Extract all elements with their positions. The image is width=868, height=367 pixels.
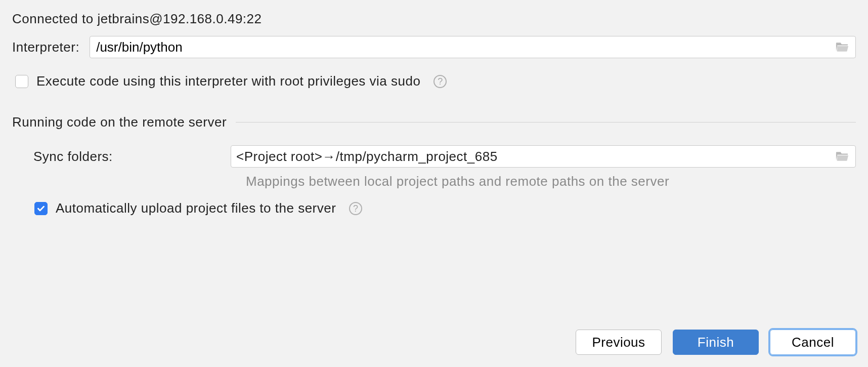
interpreter-row: Interpreter:	[12, 36, 856, 58]
previous-button[interactable]: Previous	[576, 330, 662, 355]
interpreter-label: Interpreter:	[12, 39, 79, 55]
sync-folders-field-wrap: <Project root>→/tmp/pycharm_project_685	[231, 145, 856, 168]
sync-folders-row: Sync folders: <Project root>→/tmp/pychar…	[12, 145, 856, 168]
sudo-row: Execute code using this interpreter with…	[12, 73, 856, 89]
connection-title: Connected to jetbrains@192.168.0.49:22	[12, 10, 856, 36]
help-icon[interactable]: ?	[433, 75, 447, 88]
section-header: Running code on the remote server	[12, 114, 856, 130]
sudo-checkbox[interactable]	[15, 75, 28, 88]
interpreter-config-panel: Connected to jetbrains@192.168.0.49:22 I…	[0, 0, 868, 367]
cancel-button[interactable]: Cancel	[770, 330, 856, 355]
auto-upload-label: Automatically upload project files to th…	[56, 200, 336, 216]
sync-folders-value[interactable]: <Project root>→/tmp/pycharm_project_685	[236, 149, 835, 165]
button-bar: Previous Finish Cancel	[576, 330, 856, 355]
folder-open-icon[interactable]	[835, 41, 850, 53]
sync-folders-label: Sync folders:	[33, 149, 231, 165]
interpreter-path-input[interactable]	[95, 39, 835, 56]
auto-upload-row: Automatically upload project files to th…	[12, 200, 856, 216]
auto-upload-checkbox[interactable]	[34, 202, 48, 215]
folder-open-icon[interactable]	[835, 150, 850, 162]
interpreter-path-field-wrap	[90, 36, 856, 58]
help-icon[interactable]: ?	[349, 202, 362, 215]
section-title: Running code on the remote server	[12, 114, 227, 130]
section-divider	[236, 122, 856, 123]
finish-button[interactable]: Finish	[673, 330, 759, 355]
remote-section: Running code on the remote server Sync f…	[12, 114, 856, 216]
sudo-label: Execute code using this interpreter with…	[36, 73, 420, 89]
sync-folders-hint: Mappings between local project paths and…	[12, 174, 856, 189]
